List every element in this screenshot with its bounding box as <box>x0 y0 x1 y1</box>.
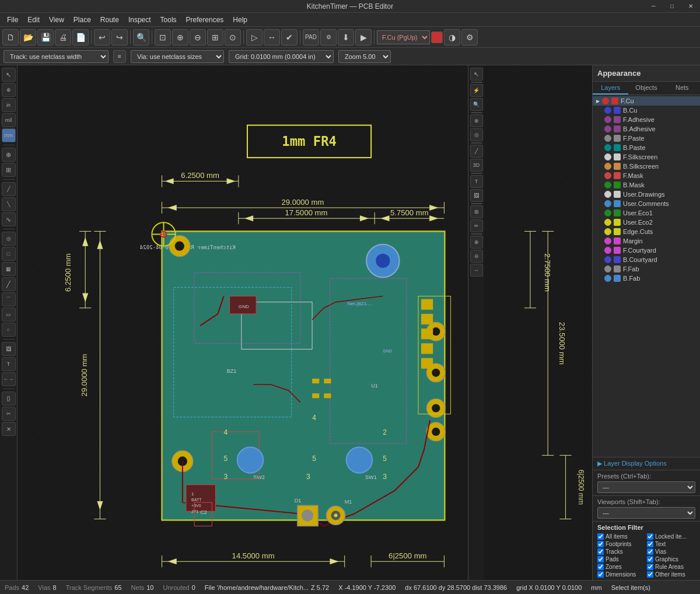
layers-list[interactable]: ▶F.CuB.CuF.AdhesiveB.AdhesiveF.PasteB.Pa… <box>593 95 700 457</box>
layer-visibility-F.Adhesive[interactable] <box>604 116 611 123</box>
layer-visibility-B.Silkscreen[interactable] <box>604 163 611 170</box>
zoom-area[interactable]: ⊞ <box>207 29 223 46</box>
delete-tool[interactable]: ✕ <box>2 422 16 436</box>
layer-row-f-courtyard[interactable]: F.Courtyard <box>593 246 700 255</box>
layer-visibility-B.Cu[interactable] <box>604 107 611 114</box>
layer-row-b-silkscreen[interactable]: B.Silkscreen <box>593 162 700 171</box>
layer-row-b-paste[interactable]: B.Paste <box>593 143 700 152</box>
cursor-tool[interactable]: ↖ <box>470 68 483 81</box>
mil-tool[interactable]: mil <box>2 113 16 127</box>
layer-row-f-adhesive[interactable]: F.Adhesive <box>593 115 700 124</box>
sf-checkbox-1[interactable] <box>647 533 653 540</box>
track-width-select[interactable]: Track: use netclass width <box>4 50 108 63</box>
sf-checkbox-2[interactable] <box>597 541 604 547</box>
tab-nets[interactable]: Nets <box>664 82 700 95</box>
inspect-tool[interactable]: 🔍 <box>470 98 483 111</box>
layer-visibility-B.Mask[interactable] <box>604 181 611 188</box>
layer-row-f-fab[interactable]: F.Fab <box>593 264 700 274</box>
viewports-select[interactable]: --- <box>597 507 695 519</box>
layer-row-user-drawings[interactable]: User.Drawings <box>593 190 700 199</box>
layer-visibility-B.Adhesive[interactable] <box>604 125 611 132</box>
scripting-console[interactable]: ▶ <box>355 29 372 46</box>
layer-visibility-F.Paste[interactable] <box>604 135 611 142</box>
zoom-fit[interactable]: ⊡ <box>155 29 171 46</box>
zoom-center[interactable]: ⊙ <box>225 29 241 46</box>
layer-row-user-eco1[interactable]: User.Eco1 <box>593 208 700 218</box>
ruler-tool[interactable]: in <box>2 98 16 112</box>
save-button[interactable]: 💾 <box>37 29 54 46</box>
sf-checkbox-8[interactable] <box>597 564 604 570</box>
measure-tool[interactable]: ╱ <box>470 145 483 158</box>
add-circle[interactable]: ○ <box>2 323 16 337</box>
add-text[interactable]: T <box>2 357 16 371</box>
layer-visibility-User.Eco1[interactable] <box>604 209 611 216</box>
route-diff-pair[interactable]: ╲ <box>2 197 16 211</box>
import-graphics[interactable]: ⬇ <box>338 29 354 46</box>
via-size-select[interactable]: Via: use netclass sizes <box>131 50 224 63</box>
flip-board[interactable]: ↔ <box>264 29 280 46</box>
add-image-rt[interactable]: 🖼 <box>470 189 483 202</box>
3d-view[interactable]: 3D <box>470 159 483 172</box>
sf-checkbox-4[interactable] <box>597 548 604 555</box>
layer-visibility-User.Comments[interactable] <box>604 200 611 207</box>
add-text-rt[interactable]: T <box>470 175 483 188</box>
layer-display-options[interactable]: ▶ Layer Display Options <box>593 457 700 470</box>
add-line[interactable]: ╱ <box>2 277 16 291</box>
sf-checkbox-9[interactable] <box>647 564 653 570</box>
menu-preferences[interactable]: Preferences <box>181 15 229 25</box>
layer-visibility-User.Drawings[interactable] <box>604 191 611 198</box>
layer-row-margin[interactable]: Margin <box>593 236 700 246</box>
layer-row-user-comments[interactable]: User.Comments <box>593 199 700 208</box>
add-image[interactable]: 🖼 <box>2 342 16 356</box>
layer-visibility-F.Fab[interactable] <box>604 265 611 272</box>
menu-inspect[interactable]: Inspect <box>124 15 156 25</box>
layer-row-user-eco2[interactable]: User.Eco2 <box>593 218 700 227</box>
sf-checkbox-11[interactable] <box>647 571 653 578</box>
zoom-out[interactable]: ⊖ <box>190 29 206 46</box>
layer-visibility-F.Courtyard[interactable] <box>604 247 611 254</box>
add-arc[interactable]: ⌒ <box>2 292 16 306</box>
tune-track[interactable]: ∿ <box>2 212 16 226</box>
pad-btn[interactable]: PAD <box>303 29 319 46</box>
menu-help[interactable]: Help <box>228 15 252 25</box>
sf-checkbox-0[interactable] <box>597 533 604 540</box>
drill-origin[interactable]: ◎ <box>470 128 483 141</box>
highlight-net[interactable]: ⚡ <box>470 84 483 97</box>
layer-row-b-adhesive[interactable]: B.Adhesive <box>593 124 700 134</box>
print-button[interactable]: 🖨 <box>55 29 71 46</box>
layer-row-f-silkscreen[interactable]: F.Silkscreen <box>593 152 700 162</box>
cleanup[interactable]: ✂ <box>2 407 16 421</box>
grid-origin[interactable]: ⊕ <box>470 114 483 127</box>
layer-visibility-F.Silkscreen[interactable] <box>604 153 611 160</box>
layer-visibility-B.Courtyard[interactable] <box>604 256 611 263</box>
layer-visibility-Margin[interactable] <box>604 237 611 244</box>
layer-row-f-cu[interactable]: ▶F.Cu <box>593 96 700 106</box>
sf-checkbox-3[interactable] <box>647 541 653 547</box>
new-button[interactable]: 🗋 <box>2 29 19 46</box>
layer-row-edge-cuts[interactable]: Edge.Cuts <box>593 227 700 236</box>
plot-button[interactable]: 📄 <box>72 29 89 46</box>
track-width-btn[interactable]: ≡ <box>113 50 126 63</box>
open-button[interactable]: 📂 <box>20 29 36 46</box>
zoom-in-rt[interactable]: ⊕ <box>470 236 483 249</box>
search-button[interactable]: 🔍 <box>133 29 149 46</box>
render-settings[interactable]: ⚙ <box>461 29 478 46</box>
menu-place[interactable]: Place <box>69 15 96 25</box>
layer-row-b-fab[interactable]: B.Fab <box>593 274 700 283</box>
zoom-out-rt[interactable]: ⊖ <box>470 250 483 263</box>
menu-tools[interactable]: Tools <box>156 15 181 25</box>
layer-row-b-mask[interactable]: B.Mask <box>593 180 700 190</box>
zoom-in[interactable]: ⊕ <box>172 29 188 46</box>
layer-row-f-mask[interactable]: F.Mask <box>593 171 700 180</box>
menu-route[interactable]: Route <box>96 15 124 25</box>
maximize-button[interactable]: □ <box>663 0 681 12</box>
high-contrast[interactable]: ◑ <box>444 29 460 46</box>
layer-visibility-B.Paste[interactable] <box>604 144 611 151</box>
mm-tool[interactable]: mm <box>2 128 16 142</box>
layer-visibility-F.Mask[interactable] <box>604 172 611 179</box>
grid-select[interactable]: Grid: 0.0100 mm (0.0004 in) <box>229 50 334 63</box>
scripting[interactable]: {} <box>2 392 16 406</box>
route-tracks[interactable]: ╱ <box>2 182 16 196</box>
layer-select[interactable]: F.Cu (PgUp) <box>377 30 430 44</box>
layer-row-f-paste[interactable]: F.Paste <box>593 134 700 143</box>
